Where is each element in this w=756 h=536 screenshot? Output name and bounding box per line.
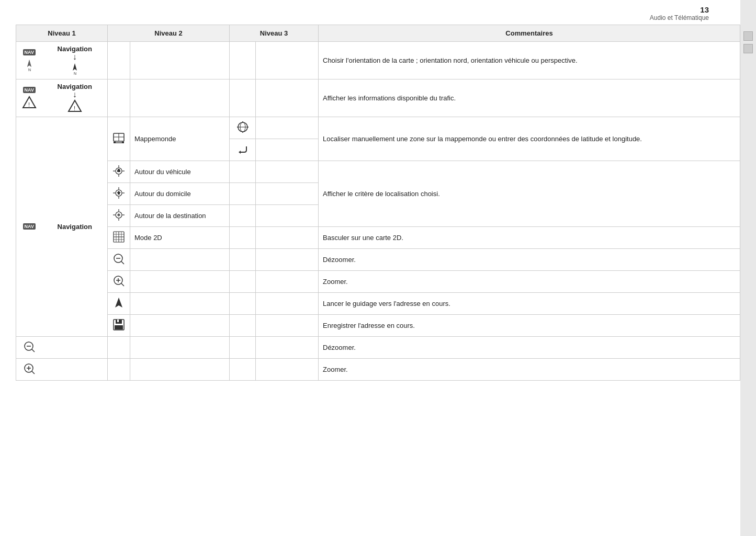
mode2d-icon <box>112 230 126 244</box>
svg-text:N: N <box>28 68 31 72</box>
north-arrow-result-icon: N <box>67 61 82 76</box>
commentaire-3g: Dézoomer. <box>319 249 740 271</box>
niveau2-navigate-label <box>130 293 230 315</box>
niveau3-empty-3j <box>230 315 256 337</box>
svg-rect-62 <box>117 320 119 322</box>
svg-rect-36 <box>118 193 120 195</box>
svg-rect-29 <box>118 169 120 170</box>
niveau3-globe-icon <box>230 117 256 139</box>
niveau1-icon-cell-2: NAV ! <box>16 79 42 117</box>
svg-rect-12 <box>114 142 116 143</box>
warning-icon: ! <box>22 95 37 110</box>
table-row: NAV N Navigation ↓ <box>16 42 740 79</box>
page-header: 13 Audio et Télématique <box>16 5 740 21</box>
col-header-commentaires: Commentaires <box>319 25 740 42</box>
navigation-label-3: Navigation <box>58 223 92 231</box>
commentaire-3i: Lancer le guidage vers l'adresse en cour… <box>319 293 740 315</box>
save-icon <box>112 318 126 332</box>
navigate-icon <box>112 296 126 310</box>
svg-line-58 <box>121 283 124 286</box>
niveau3-label-3h <box>256 271 319 293</box>
table-row: Autour du véhicule Afficher le critère d… <box>16 161 740 183</box>
table-row: Enregistrer l'adresse en cours. <box>16 315 740 337</box>
niveau2-zoomout-label <box>130 249 230 271</box>
niveau1-zoomout-label <box>42 337 108 359</box>
niveau2-empty-icon <box>108 42 130 79</box>
niveau3-return-icon <box>230 139 256 161</box>
niveau3-label-3i <box>256 293 319 315</box>
niveau1-label-cell: Navigation ↓ N <box>42 42 108 79</box>
crosshair-vehicle-icon <box>112 164 126 178</box>
scrollbar[interactable] <box>740 0 756 536</box>
table-row: Dézoomer. <box>16 337 740 359</box>
svg-line-66 <box>32 349 35 352</box>
niveau2-empty-label <box>130 42 230 79</box>
niveau2-empty-2 <box>108 79 130 117</box>
col-header-niveau2: Niveau 2 <box>108 25 230 42</box>
niveau3-label-3j <box>256 315 319 337</box>
niveau2-label-4 <box>130 337 230 359</box>
table-row: Mode 2D Basculer sur une carte 2D. <box>16 227 740 249</box>
crosshair-home-icon <box>112 186 126 200</box>
niveau2-vehicle-icon <box>108 161 130 183</box>
navigation-label-2: Navigation <box>58 83 92 90</box>
niveau2-zoomin-label <box>130 271 230 293</box>
niveau2-2d-icon <box>108 227 130 249</box>
navigation-table: Niveau 1 Niveau 2 Niveau 3 Commentaires … <box>16 25 740 381</box>
niveau3-label-4 <box>256 337 319 359</box>
niveau1-icon-cell-3: NAV <box>16 117 42 337</box>
niveau2-home-label: Autour du domicile <box>130 183 230 205</box>
niveau3-empty-3i <box>230 293 256 315</box>
niveau3-label-3f <box>256 227 319 249</box>
niveau3-globe-label <box>256 117 319 139</box>
niveau2-empty-label-2 <box>130 79 230 117</box>
commentaire-3c: Afficher le critère de localisation choi… <box>319 161 740 227</box>
niveau1-zoomin-label <box>42 359 108 381</box>
niveau2-vehicle-label: Autour du véhicule <box>130 161 230 183</box>
page-subtitle: Audio et Télématique <box>16 14 709 21</box>
niveau3-empty-icon <box>230 42 256 79</box>
niveau3-icon-5 <box>230 359 256 381</box>
zoom-in-icon <box>112 274 126 288</box>
niveau3-empty-label-2 <box>256 79 319 117</box>
niveau1-label-cell-3: Navigation <box>42 117 108 337</box>
niveau3-label-5 <box>256 359 319 381</box>
return-arrow-icon <box>236 142 250 156</box>
arrow-down-icon-2: ↓ <box>73 90 77 99</box>
page-container: 13 Audio et Télématique Niveau 1 Niveau … <box>0 0 756 391</box>
commentaire-1: Choisir l'orientation de la carte ; orie… <box>319 42 740 79</box>
niveau3-label-3c <box>256 161 319 183</box>
niveau3-label-3g <box>256 249 319 271</box>
niveau3-empty-3g <box>230 249 256 271</box>
zoom-out-icon <box>112 252 126 266</box>
niveau2-navigate-icon <box>108 293 130 315</box>
niveau3-label-3d <box>256 183 319 205</box>
niveau3-empty-2 <box>230 79 256 117</box>
niveau2-home-icon <box>108 183 130 205</box>
commentaire-3h: Zoomer. <box>319 271 740 293</box>
svg-line-54 <box>121 261 124 264</box>
niveau2-mapworld-icon <box>108 117 130 161</box>
niveau2-empty-4 <box>108 337 130 359</box>
svg-text:!: ! <box>28 101 30 108</box>
niveau3-empty-3d <box>230 183 256 205</box>
table-row: NAV ! Navigation ↓ <box>16 79 740 117</box>
niveau2-save-label <box>130 315 230 337</box>
niveau3-empty-3h <box>230 271 256 293</box>
niveau1-zoomin-cell <box>16 359 42 381</box>
nav-badge: NAV <box>23 49 36 55</box>
niveau3-empty-3c <box>230 161 256 183</box>
niveau2-label-5 <box>130 359 230 381</box>
niveau2-zoomin-icon <box>108 271 130 293</box>
niveau3-empty-3e <box>230 205 256 227</box>
col-header-niveau1: Niveau 1 <box>16 25 108 42</box>
main-zoom-in-icon <box>22 362 36 375</box>
nav-badge-3: NAV <box>23 223 36 230</box>
scroll-button-2[interactable] <box>743 44 753 53</box>
scroll-button-1[interactable] <box>743 31 753 41</box>
niveau3-return-label <box>256 139 319 161</box>
svg-rect-63 <box>115 325 123 329</box>
svg-marker-1 <box>27 60 31 67</box>
commentaire-3f: Basculer sur une carte 2D. <box>319 227 740 249</box>
niveau3-label-3e <box>256 205 319 227</box>
